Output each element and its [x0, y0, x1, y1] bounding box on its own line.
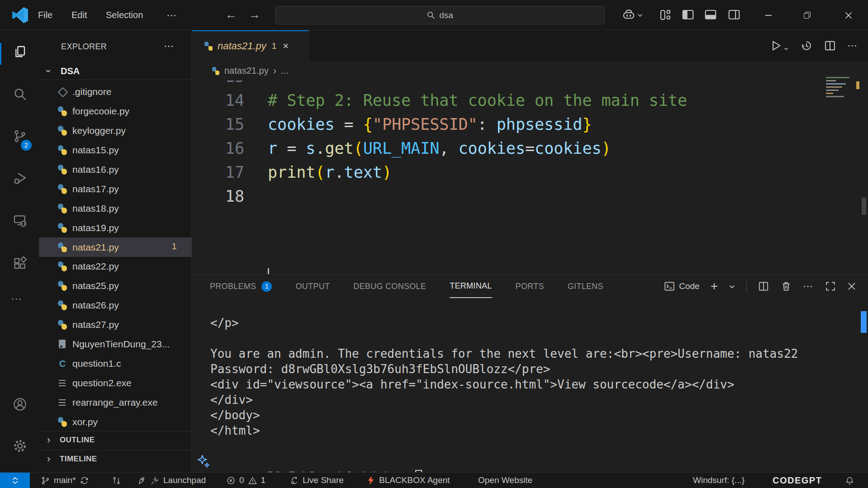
activity-more-button[interactable]: ⋯: [11, 293, 23, 305]
file-item[interactable]: natas19.py: [39, 218, 192, 237]
sync-icon[interactable]: [80, 476, 89, 485]
tab-natas21[interactable]: natas21.py 1 ×: [192, 30, 309, 61]
nav-forward-button[interactable]: →: [249, 0, 261, 30]
terminal-dropdown-icon[interactable]: [729, 283, 735, 290]
activity-bar: 2 ⋯: [0, 30, 39, 472]
explorer-more-actions[interactable]: ⋯: [164, 40, 175, 52]
restore-button[interactable]: [796, 0, 818, 30]
terminal-scrollbar-thumb[interactable]: [861, 311, 867, 333]
blackbox-label: BLACKBOX Agent: [379, 475, 450, 485]
close-panel-icon[interactable]: [847, 282, 856, 291]
terminal-output[interactable]: </p> You are an admin. The credentials f…: [192, 315, 857, 469]
kill-terminal-trash-icon[interactable]: [780, 280, 792, 292]
terminal-line: <div id="viewsource"><a href="index-sour…: [192, 377, 857, 392]
document-file-icon: [57, 339, 67, 349]
file-item[interactable]: natas27.py: [39, 315, 192, 334]
file-item[interactable]: xor.py: [39, 412, 192, 431]
menu-selection[interactable]: Selection: [103, 0, 146, 30]
ai-sparkle-icon: [197, 455, 210, 468]
toggle-secondary-sidebar-icon[interactable]: [727, 8, 741, 22]
windsurf-status[interactable]: Windsurf: {...}: [693, 473, 745, 488]
file-item[interactable]: natas25.py: [39, 276, 192, 295]
terminal-line: </div>: [192, 392, 857, 407]
timeline-history-icon[interactable]: [800, 39, 813, 52]
run-debug-icon[interactable]: [13, 171, 27, 185]
open-website-status[interactable]: Open Website: [478, 473, 532, 488]
tab-terminal[interactable]: TERMINAL: [450, 275, 492, 298]
maximize-panel-icon[interactable]: [825, 280, 836, 292]
file-item-gitignore[interactable]: .gitignore: [39, 82, 192, 101]
tab-output[interactable]: OUTPUT: [295, 275, 330, 298]
run-dropdown-icon[interactable]: [783, 46, 789, 52]
copilot-icon[interactable]: [622, 8, 636, 22]
account-icon[interactable]: [13, 397, 27, 412]
minimize-button[interactable]: [758, 0, 779, 30]
tab-close-icon[interactable]: ×: [283, 40, 289, 52]
file-item[interactable]: forgecooie.py: [39, 101, 192, 121]
problems-status[interactable]: 0 1: [226, 473, 266, 488]
file-item[interactable]: natas22.py: [39, 256, 192, 276]
command-center-search[interactable]: dsa: [275, 6, 605, 24]
outline-section[interactable]: › OUTLINE: [39, 431, 192, 450]
breadcrumb-symbol[interactable]: ...: [281, 66, 289, 76]
panel-more-actions[interactable]: ⋯: [803, 280, 814, 292]
file-item[interactable]: rearrange_array.exe: [39, 393, 192, 412]
file-item[interactable]: question2.exe: [39, 373, 192, 393]
notifications-status[interactable]: [845, 473, 854, 488]
file-item[interactable]: natas18.py: [39, 199, 192, 218]
minimap[interactable]: [826, 77, 857, 100]
search-icon: [427, 11, 435, 19]
live-share-status[interactable]: Live Share: [289, 473, 344, 488]
file-item-natas21-selected[interactable]: natas21.py1: [39, 237, 192, 257]
tab-gitlens[interactable]: GITLENS: [568, 275, 603, 298]
code-editor[interactable]: 13 14 # Step 2: Reuse that cookie on the…: [192, 81, 861, 274]
split-editor-icon[interactable]: [824, 39, 836, 52]
split-terminal-icon[interactable]: [758, 280, 769, 292]
toggle-panel-icon[interactable]: [704, 8, 717, 22]
menu-edit[interactable]: Edit: [69, 0, 90, 30]
settings-gear-icon[interactable]: [13, 439, 27, 453]
toggle-sidebar-icon[interactable]: [681, 8, 695, 22]
menu-file[interactable]: File: [35, 0, 55, 30]
tab-debug-console[interactable]: DEBUG CONSOLE: [353, 275, 426, 298]
close-button[interactable]: [838, 0, 859, 30]
search-value: dsa: [439, 10, 453, 20]
warning-count: 1: [261, 475, 266, 485]
editor-scrollbar-thumb[interactable]: [862, 198, 866, 215]
timeline-section[interactable]: › TIMELINE: [39, 450, 192, 472]
file-item[interactable]: natas17.py: [39, 179, 192, 199]
python-file-icon: [57, 261, 67, 271]
git-file-icon: [57, 87, 67, 97]
folder-root-dsa[interactable]: › DSA: [39, 63, 191, 80]
codegpt-status[interactable]: CODEGPT: [773, 473, 822, 488]
file-item[interactable]: NguyenTienDung_23...: [39, 334, 192, 354]
git-branch-status[interactable]: main*: [41, 473, 89, 488]
run-button[interactable]: [769, 39, 789, 52]
file-item[interactable]: Cquestion1.c: [39, 354, 192, 373]
git-graph-status[interactable]: [112, 473, 121, 488]
file-item[interactable]: natas16.py: [39, 160, 192, 179]
copilot-chevron-icon[interactable]: [636, 12, 644, 19]
terminal-profile-selector[interactable]: Code: [664, 280, 699, 292]
customize-layout-icon[interactable]: [659, 8, 672, 22]
chevron-right-icon: ›: [47, 435, 50, 445]
breadcrumb-file[interactable]: natas21.py: [224, 66, 269, 76]
new-terminal-button[interactable]: +: [711, 280, 718, 292]
blackbox-agent-status[interactable]: BLACKBOX Agent: [366, 473, 450, 488]
file-item[interactable]: natas26.py: [39, 295, 192, 315]
menu-more-button[interactable]: ⋯: [164, 0, 180, 30]
launchpad-status[interactable]: Launchpad: [137, 473, 206, 488]
search-view-icon[interactable]: [13, 87, 27, 101]
file-item[interactable]: natas15.py: [39, 140, 192, 160]
editor-more-actions[interactable]: ⋯: [847, 40, 858, 52]
nav-back-button[interactable]: ←: [225, 0, 237, 30]
tab-problems[interactable]: PROBLEMS1: [210, 275, 272, 298]
remote-indicator[interactable]: [0, 473, 30, 488]
python-file-icon: [204, 42, 213, 51]
file-item[interactable]: keylogger.py: [39, 121, 192, 140]
extensions-icon[interactable]: [13, 256, 27, 271]
bell-icon: [845, 476, 854, 485]
explorer-icon[interactable]: [13, 45, 27, 59]
tab-ports[interactable]: PORTS: [516, 275, 544, 298]
remote-explorer-icon[interactable]: [13, 213, 27, 228]
